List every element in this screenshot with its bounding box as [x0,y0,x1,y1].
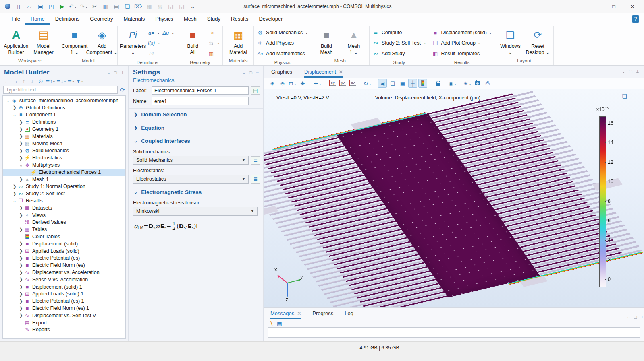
chevron-right-icon[interactable]: ❯ [18,205,24,210]
add-study-button[interactable]: ∾Add Study [372,48,426,59]
chevron-right-icon[interactable]: ❯ [18,148,24,153]
tree-item[interactable]: ✎Reports [3,326,125,334]
tree-item[interactable]: ❯⚡Electrostatics [3,154,125,161]
filter-icon[interactable]: ▼⌄ [76,78,84,84]
tree-item[interactable]: Color Tables [3,233,125,240]
menu-physics[interactable]: Physics [150,13,179,25]
chevron-right-icon[interactable]: ❯ [18,299,24,304]
panel-menu-icon[interactable]: ⌄ [107,70,110,75]
snapshot-icon[interactable] [473,79,482,88]
zoom-out-icon[interactable]: ⊖ [278,79,287,88]
pi-gray-button[interactable]: Pi [148,48,160,59]
rotate-view-icon[interactable]: ↻⌄ [363,79,372,88]
messages-tab-progress[interactable]: Progress [312,310,333,319]
chevron-right-icon[interactable]: ❯ [18,120,24,125]
fx-button[interactable]: f(x)⌄ [148,38,160,48]
transparency-icon[interactable]: ◀ [378,79,387,88]
move-up-icon[interactable]: ↑ [20,78,27,84]
tree-item[interactable]: ▤Export [3,319,125,326]
tree-item[interactable]: ❯∿Sense V vs. Acceleration [3,276,125,283]
undo-icon[interactable]: ↶⌄ [68,1,78,12]
tree-item[interactable]: ⌄■Component 1 [3,111,125,119]
model-manager-button[interactable]: ▤ModelManager [31,27,56,56]
tree-item[interactable]: ❯■Electric Field Norm (es) [3,262,125,269]
solid-mechanics-button[interactable]: ⚙Solid Mechanics⌄ [257,27,308,38]
view-xy-icon[interactable]: xy [328,79,337,88]
tree-item[interactable]: ❯■Displacement (solid) [3,240,125,248]
zoom-box-icon[interactable]: ⊡⌄ [288,79,297,88]
add-physics-button[interactable]: ⚛Add Physics [257,38,308,48]
application-builder-button[interactable]: AApplicationBuilder [4,27,29,56]
show-grid-icon[interactable]: ▦ [398,79,407,88]
save-to-model-manager-icon[interactable]: ◳ [46,1,56,12]
tree-item[interactable]: ❯AGeometry 1 [3,126,125,133]
tree-item[interactable]: ❯▲Mesh 1 [3,176,125,183]
graphics-tab-displacement[interactable]: Displacement✕ [304,69,343,78]
chevron-down-icon[interactable]: ⌄ [18,163,24,168]
tree-item[interactable]: ⌄❖Multiphysics [3,161,125,169]
build-mesh-button[interactable]: ■BuildMesh [314,27,339,56]
float-panel-icon[interactable]: ▢ [114,70,117,75]
interface-list-icon[interactable]: ≣ [251,156,260,165]
clear-messages-icon[interactable]: ∖ [270,320,273,326]
go-forward-icon[interactable]: → [12,78,19,84]
tree-item[interactable]: ❯■Electric Potential (es) [3,255,125,262]
chevron-right-icon[interactable]: ❯ [18,227,24,232]
find-in-model-icon[interactable]: ◱ [177,1,187,12]
section-domain-selection[interactable]: ❯ Domain Selection [129,108,263,120]
chevron-right-icon[interactable]: ❯ [18,248,24,254]
find-icon[interactable]: ◲ [166,1,176,12]
close-tab-icon[interactable]: ✕ [297,311,301,316]
tree-item[interactable]: ⌄◈surface_micromachined_accelerometer.mp… [3,97,125,104]
solid-mechanics-select[interactable]: Solid Mechanics▼ [133,156,249,165]
zoom-extents-icon[interactable]: ✥ [298,79,307,88]
tree-item[interactable]: ❯▦Materials [3,133,125,140]
add-plot-group-button[interactable]: ❐Add Plot Group⌄ [432,38,492,48]
paste-icon[interactable]: ▤ [111,1,122,12]
model-tree-node-text-icon[interactable]: ≣⌄ [67,78,75,84]
collapse-all-icon[interactable]: ≣↑⌄ [46,78,55,84]
menu-home[interactable]: Home [25,13,50,25]
tree-item[interactable]: ❯■Electric Field Norm (es) 1 [3,305,125,312]
chevron-right-icon[interactable]: ❯ [18,212,24,218]
refresh-icon[interactable]: ⟳ [120,87,125,93]
tree-item[interactable]: ❯⊞Applied Loads (solid) 1 [3,291,125,298]
section-coupled-interfaces[interactable]: ⌄ Coupled Interfaces [129,135,263,146]
settings-menu-icon[interactable]: ≣ [256,70,259,75]
tree-item[interactable]: ❯∿Displacement vs. Acceleration [3,269,125,276]
menu-study[interactable]: Study [202,13,226,25]
delete-icon[interactable]: ⌦ [133,1,143,12]
print-icon[interactable]: ⎙ [483,79,492,88]
tree-item[interactable]: ❯∾Study 1: Normal Operation [3,183,125,190]
go-back-icon[interactable]: ← [3,78,10,84]
go-to-default-view-icon[interactable]: ✛⌄ [313,79,322,88]
import-geometry-button[interactable]: ⇥ [208,27,220,38]
stress-tensor-select[interactable]: Minkowski▼ [133,207,258,216]
chevron-right-icon[interactable]: ❯ [18,291,24,297]
redo-icon[interactable]: ↷⌄ [79,1,89,12]
add-component-button[interactable]: ◈AddComponent ⌄ [89,27,114,56]
livelink-button[interactable]: ⇆⌄ [208,38,220,48]
zoom-in-icon[interactable]: ⊕ [268,79,277,88]
tree-item[interactable]: ⌄❐Results [3,197,125,204]
a-eq-button[interactable]: a=⌄ [148,27,160,38]
add-material-button[interactable]: ▦AddMaterial [226,27,251,56]
maximize-button[interactable]: □ [605,0,623,13]
parameters--button[interactable]: PiParameters⌄ [120,27,145,56]
chevron-right-icon[interactable]: ❯ [18,141,24,146]
chevron-down-icon[interactable]: ⌄ [5,98,11,103]
comsol-logo-icon[interactable] [2,1,13,12]
menu-file[interactable]: File [6,13,25,25]
chevron-right-icon[interactable]: ❯ [18,155,24,161]
qat-customize-icon[interactable]: ⌄ [187,1,198,12]
panel-menu-icon[interactable]: ⌄ [242,70,245,75]
chevron-right-icon[interactable]: ❯ [12,184,17,189]
duplicate-icon[interactable]: ❏ [122,1,133,12]
displacement-solid--button[interactable]: ■Displacement (solid)⌄ [432,27,492,38]
menu-geometry[interactable]: Geometry [85,13,118,25]
paste-special-disabled-icon[interactable]: ▨ [155,1,165,12]
show-axis-orientation-icon[interactable]: ┼ [408,79,417,88]
scene-light-icon[interactable]: ❏ [388,79,397,88]
new-file-icon[interactable]: ▯ [13,1,24,12]
copy-icon[interactable]: ▥ [100,1,111,12]
